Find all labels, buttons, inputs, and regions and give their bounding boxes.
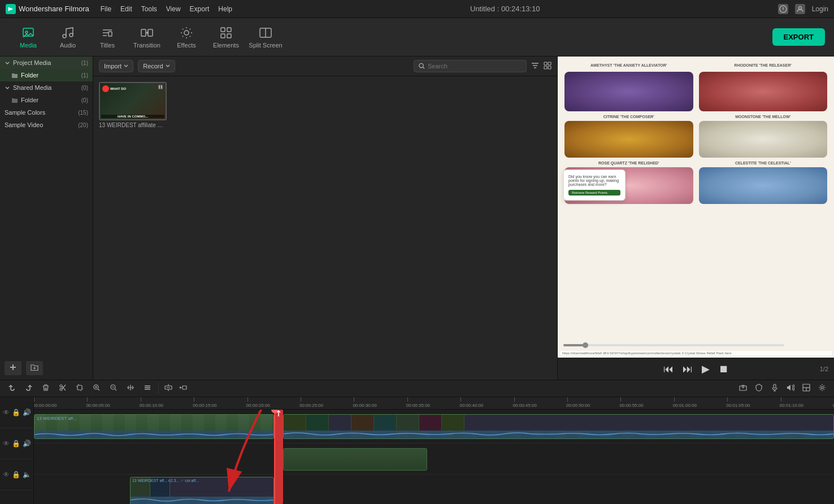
menu-view[interactable]: View	[166, 5, 181, 13]
svg-point-17	[419, 63, 423, 67]
cut-marker[interactable]	[274, 410, 283, 504]
login-label[interactable]: Login	[812, 5, 828, 13]
add-media-track-button[interactable]	[162, 383, 175, 394]
tool-elements[interactable]: Elements	[207, 20, 245, 54]
new-folder-icon[interactable]	[26, 361, 43, 375]
search-box[interactable]	[414, 60, 527, 72]
skip-back-button[interactable]: ⏮	[663, 363, 674, 375]
ruler-mark-1: 00:00:05:00	[87, 397, 111, 408]
ruler-mark-9: 00:00:45:00	[514, 397, 538, 408]
track-1-audio[interactable]: 🔊	[23, 409, 31, 416]
sidebar-folder-2-label: Folder	[21, 97, 38, 103]
track-2-clip[interactable]	[283, 448, 427, 471]
settings-icon[interactable]	[816, 383, 828, 394]
import-button[interactable]: Import	[99, 60, 133, 72]
svg-point-26	[60, 388, 62, 390]
view-toggle-icon[interactable]	[544, 62, 551, 71]
tool-media-label: Media	[20, 42, 37, 49]
sidebar-item-shared-media[interactable]: Shared Media (0)	[0, 81, 93, 94]
more-options-button[interactable]	[141, 383, 154, 394]
feedback-icon[interactable]	[778, 4, 788, 14]
tool-transition-label: Transition	[133, 42, 160, 49]
cut-button[interactable]	[57, 383, 69, 394]
track-1-clip-right[interactable]: 13 WEIRDEST affiliate... items... matche…	[283, 414, 834, 439]
preview-video: AMETHYST 'THE ANXIETY ALLEVIATOR' RHODON…	[558, 57, 834, 358]
layout-icon[interactable]	[800, 383, 813, 394]
zoom-in-button[interactable]	[90, 383, 103, 394]
stop-button[interactable]: ⏹	[719, 363, 729, 375]
tool-titles[interactable]: Titles	[88, 20, 127, 54]
track-2-lock[interactable]: 🔒	[12, 440, 20, 447]
sidebar-item-sample-video[interactable]: Sample Video (20)	[0, 119, 93, 131]
menu-tools[interactable]: Tools	[141, 5, 157, 13]
tool-splitscreen-label: Split Screen	[249, 42, 282, 49]
ruler-mark-11: 00:00:55:00	[620, 397, 644, 408]
tool-audio-label: Audio	[60, 42, 76, 49]
svg-rect-36	[774, 384, 776, 388]
track-3-eye[interactable]: 👁	[3, 471, 10, 479]
sidebar-item-project-media[interactable]: Project Media (1)	[0, 57, 93, 69]
delete-button[interactable]	[40, 383, 52, 394]
preview-controls: ⏮ ⏭ ▶ ⏹ 1/2	[558, 358, 834, 380]
svg-point-4	[25, 31, 28, 33]
menu-bar: File Edit Tools View Export Help	[101, 5, 232, 13]
svg-rect-24	[161, 85, 162, 89]
play-button[interactable]: ▶	[702, 363, 710, 375]
track-3-clip[interactable]: 13 WEIRDEST aff... n2.3... ☞ cor.aff...	[130, 477, 274, 504]
track-3-controls: 👁 🔒 🔈	[0, 459, 33, 490]
sidebar-shared-media-count: (0)	[81, 85, 88, 91]
track-1-clip-left[interactable]: 13 WEIRDEST aff...	[34, 414, 274, 439]
track-2-eye[interactable]: 👁	[3, 440, 10, 447]
main-layout: Project Media (1) Folder (1) Shared Medi…	[0, 57, 834, 380]
sidebar-item-folder-2[interactable]: Folder (0)	[0, 94, 93, 106]
svg-rect-19	[548, 62, 551, 65]
media-item-0[interactable]: WHAT DO HAVE IN COMMO... 13 WEIRDEST aff…	[99, 82, 167, 128]
shield-icon[interactable]	[753, 383, 765, 394]
redo-button[interactable]	[23, 383, 35, 394]
tool-effects[interactable]: Effects	[167, 20, 206, 54]
track-3-lock[interactable]: 🔒	[12, 471, 20, 479]
account-icon[interactable]	[795, 4, 805, 14]
camera-icon[interactable]	[737, 383, 749, 394]
mic-icon[interactable]	[768, 383, 781, 394]
tool-media[interactable]: Media	[9, 20, 47, 54]
undo-button[interactable]	[6, 383, 18, 394]
record-button[interactable]: Record	[138, 60, 175, 72]
filter-icon[interactable]	[531, 62, 539, 71]
media-grid: WHAT DO HAVE IN COMMO... 13 WEIRDEST aff…	[93, 76, 557, 134]
svg-rect-8	[141, 29, 146, 36]
zoom-out-button[interactable]	[107, 383, 120, 394]
add-audio-track-button[interactable]	[177, 383, 189, 394]
pan-button[interactable]	[124, 383, 137, 394]
track-1-lock[interactable]: 🔒	[12, 409, 20, 416]
preview-area: AMETHYST 'THE ANXIETY ALLEVIATOR' RHODON…	[557, 57, 834, 380]
speaker-icon[interactable]	[784, 383, 797, 394]
sidebar-folder-2-count: (0)	[81, 97, 88, 103]
preview-page: 1/2	[820, 366, 828, 372]
search-icon	[419, 63, 425, 69]
tool-splitscreen[interactable]: Split Screen	[246, 20, 285, 54]
track-1-eye[interactable]: 👁	[3, 409, 10, 416]
tool-transition[interactable]: Transition	[128, 20, 166, 54]
menu-edit[interactable]: Edit	[120, 5, 132, 13]
export-button[interactable]: EXPORT	[772, 28, 825, 46]
sidebar-item-sample-colors[interactable]: Sample Colors (15)	[0, 106, 93, 119]
menu-file[interactable]: File	[101, 5, 111, 13]
playhead[interactable]	[274, 410, 275, 504]
track-3-speaker[interactable]: 🔈	[23, 471, 31, 479]
timeline-right-tools	[737, 383, 828, 394]
tool-audio[interactable]: Audio	[49, 20, 87, 54]
track-3: 13 WEIRDEST aff... n2.3... ☞ cor.aff... …	[34, 475, 834, 504]
crop-button[interactable]	[73, 383, 86, 394]
sidebar-item-folder-1[interactable]: Folder (1)	[0, 69, 93, 81]
sidebar-folder-1-count: (1)	[81, 72, 88, 79]
search-input[interactable]	[428, 63, 522, 69]
track-2-audio[interactable]: 🔊	[23, 440, 31, 447]
add-to-timeline-icon[interactable]	[5, 361, 21, 375]
svg-point-5	[63, 34, 66, 38]
menu-export[interactable]: Export	[190, 5, 210, 13]
svg-rect-9	[148, 29, 153, 36]
menu-help[interactable]: Help	[218, 5, 232, 13]
ruler-mark-10: 00:00:50:00	[567, 397, 591, 408]
step-back-button[interactable]: ⏭	[683, 363, 693, 375]
